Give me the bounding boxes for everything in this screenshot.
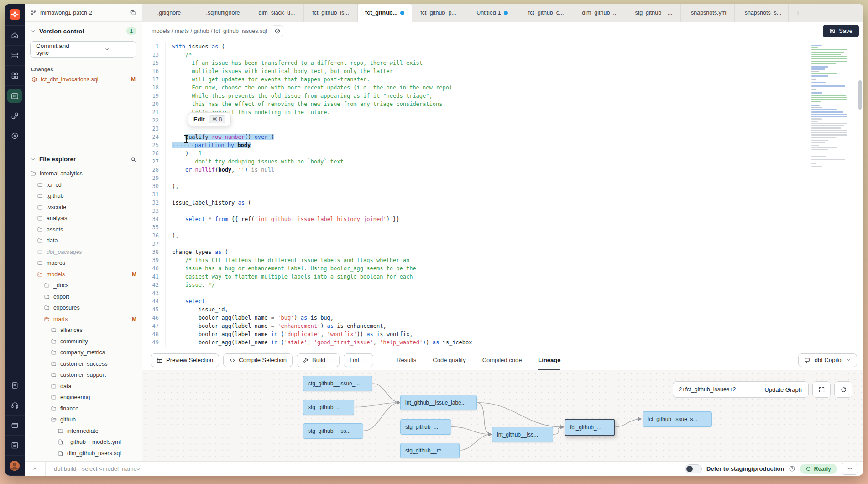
editor-tab[interactable]: .sqlfluffignore (196, 4, 250, 22)
result-tab-code-quality[interactable]: Code quality (433, 350, 465, 370)
file-tree-item[interactable]: .ci_cd (25, 179, 142, 191)
code-line[interactable]: 27 -- don't try deduping issues with no … (142, 158, 863, 166)
code-line[interactable]: 32issue_label_history as ( (142, 199, 863, 207)
editor-tab[interactable]: stg_github__... (627, 4, 681, 22)
lineage-node[interactable]: int_github__issue_labe... (400, 395, 477, 410)
code-line[interactable]: 29 (142, 174, 863, 182)
editor-tab[interactable]: dim_github_... (573, 4, 627, 22)
code-line[interactable]: 41 easiest way to flatten multiple label… (142, 273, 863, 281)
file-tree-item[interactable]: customer_support (25, 369, 142, 381)
code-line[interactable]: 43 (142, 289, 863, 297)
code-line[interactable]: 16 multiple issues with identical body t… (142, 67, 863, 75)
code-line[interactable]: 15 If an issue has been transferred to a… (142, 59, 863, 67)
code-line[interactable]: 40 issue has a bug or enhancement label.… (142, 264, 863, 273)
code-line[interactable]: 20 this has the effect of removing the n… (142, 100, 863, 108)
code-line[interactable]: 46 boolor_agg(label_name = 'bug') as is_… (142, 314, 863, 322)
rail-item-logo[interactable] (5, 4, 25, 26)
edit-popover[interactable]: Edit ⌘ B (188, 112, 231, 126)
file-tree-item[interactable]: _docs (25, 280, 142, 291)
lineage-node[interactable]: stg_github__iss... (303, 423, 363, 439)
code-line[interactable]: 34 select * from {{ ref('int_github__iss… (142, 215, 863, 223)
file-tree-item[interactable]: export (25, 291, 142, 303)
code-line[interactable]: 13 /* (142, 51, 863, 59)
dbt-copilot-button[interactable]: dbt Copilot (798, 353, 857, 367)
code-editor[interactable]: Edit ⌘ B 1with issues as (13 /*15 If an … (142, 40, 863, 350)
editor-tab[interactable]: dim_slack_u... (250, 4, 304, 22)
file-tree-item[interactable]: dbt_packages (25, 247, 142, 258)
code-line[interactable]: 39 /* This CTE flattens the different is… (142, 256, 863, 264)
editor-tab[interactable]: fct_github_c... (519, 4, 573, 22)
changed-file-row[interactable]: fct_dbt_invocations.sql M (25, 75, 142, 84)
rail-item-avatar[interactable] (5, 456, 25, 476)
file-tree-item[interactable]: analysis (25, 213, 142, 224)
file-tree-item[interactable]: customer_success (25, 358, 142, 370)
code-line[interactable]: 38change_types as ( (142, 248, 863, 256)
file-tree-item[interactable]: internal-analytics (25, 168, 142, 179)
rail-item-link[interactable] (5, 106, 25, 126)
lineage-selector-input[interactable] (673, 382, 758, 397)
version-control-header[interactable]: Version control 1 (25, 22, 142, 38)
result-tab-results[interactable]: Results (397, 350, 416, 370)
rail-item-wallet[interactable] (5, 416, 25, 436)
editor-tab[interactable]: _snapshots.yml (681, 4, 735, 22)
rail-item-home[interactable] (5, 26, 25, 46)
scrollbar-thumb[interactable] (858, 80, 862, 110)
lineage-node[interactable]: stg_github_... (303, 400, 354, 415)
code-line[interactable]: 30), (142, 182, 863, 190)
rail-item-compass[interactable] (5, 126, 25, 146)
lineage-node[interactable]: int_github__iss... (492, 427, 553, 442)
save-button[interactable]: Save (823, 25, 859, 37)
result-tab-compiled-code[interactable]: Compiled code (482, 350, 522, 370)
editor-scrollbar[interactable] (858, 40, 862, 350)
defer-toggle[interactable] (685, 464, 702, 473)
code-line[interactable]: 37 (142, 240, 863, 248)
preview-selection-button[interactable]: Preview Selection (151, 353, 219, 367)
search-icon[interactable] (130, 156, 136, 163)
code-line[interactable]: 49 boolor_agg(label_name in ('stale', 'g… (142, 338, 863, 347)
file-tree-item[interactable]: martsM (25, 314, 142, 325)
editor-tab[interactable]: _snapshots_s... (735, 4, 789, 22)
editor-tab[interactable]: Untitled-1 (465, 4, 519, 22)
code-line[interactable]: 17 will get updates for events that happ… (142, 75, 863, 84)
commit-and-sync-button[interactable]: Commit and sync (30, 41, 136, 58)
fullscreen-button[interactable] (812, 381, 831, 398)
code-line[interactable]: 19 While this prevents the old issue fro… (142, 92, 863, 100)
lineage-node[interactable]: stg_github__re... (400, 443, 460, 458)
code-line[interactable]: 18 For now, choose the one with more rec… (142, 84, 863, 92)
file-explorer-header[interactable]: File explorer (25, 151, 142, 165)
code-line[interactable]: 35 (142, 223, 863, 231)
code-line[interactable]: 33 (142, 207, 863, 215)
code-line[interactable]: 21 Let's revisit this modeling in the fu… (142, 108, 863, 116)
code-line[interactable]: 48 boolor_agg(label_name in ('duplicate'… (142, 330, 863, 338)
lineage-node[interactable]: fct_github_issue_s... (643, 411, 712, 427)
file-tree-item[interactable]: alliances (25, 325, 142, 336)
result-tab-lineage[interactable]: Lineage (538, 350, 560, 370)
update-graph-button[interactable]: Update Graph (758, 382, 808, 397)
file-tree-item[interactable]: assets (25, 224, 142, 236)
lineage-node[interactable]: stg_github_... (400, 419, 451, 435)
expand-command-bar-button[interactable] (25, 462, 46, 476)
code-line[interactable]: 22 (142, 116, 863, 125)
dbt-command-input[interactable] (46, 462, 685, 476)
rail-item-code-window[interactable] (5, 86, 25, 106)
file-tree-item[interactable]: macros (25, 258, 142, 269)
code-line[interactable]: 36), (142, 231, 863, 240)
build-button[interactable]: Build (297, 353, 340, 367)
lint-button[interactable]: Lint (344, 353, 373, 367)
editor-tab[interactable]: fct_github_is... (304, 4, 358, 22)
code-line[interactable]: 42 issue. */ (142, 281, 863, 289)
code-line[interactable]: 44 select (142, 297, 863, 305)
file-tree-item[interactable]: modelsM (25, 269, 142, 280)
rail-item-clipboard[interactable] (5, 375, 25, 395)
file-tree-item[interactable]: finance (25, 403, 142, 415)
code-line[interactable]: 1with issues as ( (142, 42, 863, 51)
help-icon[interactable] (789, 465, 795, 472)
rail-item-stack[interactable] (5, 46, 25, 66)
file-action-button[interactable] (272, 25, 283, 37)
file-tree-item[interactable]: data (25, 235, 142, 247)
compile-selection-button[interactable]: Compile Selection (223, 353, 293, 367)
more-options-button[interactable] (842, 463, 858, 475)
editor-tab[interactable]: .gitignore (142, 4, 196, 22)
file-tree-item[interactable]: community (25, 336, 142, 347)
file-tree-item[interactable]: data (25, 381, 142, 392)
